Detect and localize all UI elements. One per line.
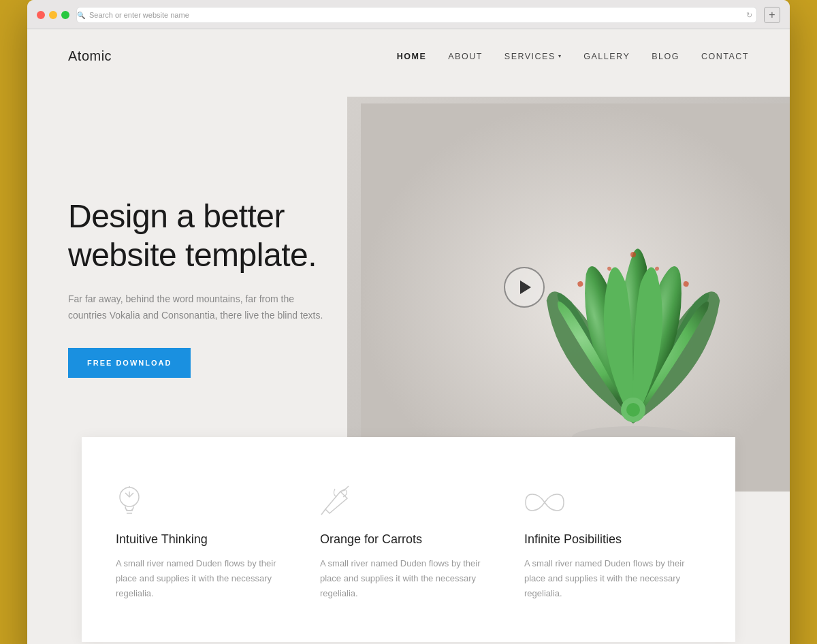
feature-1-desc: A small river named Duden flows by their… (116, 556, 293, 601)
address-placeholder: Search or enter website name (89, 11, 189, 19)
nav-gallery[interactable]: GALLERY (583, 52, 630, 61)
minimize-button[interactable] (49, 11, 57, 19)
nav-services[interactable]: SERVICES ▾ (504, 52, 562, 61)
carrot-icon (320, 485, 497, 519)
features-section: Intuitive Thinking A small river named D… (82, 437, 735, 642)
download-button[interactable]: FREE DOWNLOAD (68, 348, 191, 378)
address-bar[interactable]: 🔍 Search or enter website name ↻ (76, 7, 757, 23)
nav-home[interactable]: HOME (397, 52, 427, 61)
play-button[interactable] (504, 267, 545, 308)
feature-intuitive-thinking: Intuitive Thinking A small river named D… (116, 478, 293, 608)
svg-rect-0 (361, 103, 790, 492)
feature-1-title: Intuitive Thinking (116, 532, 293, 547)
feature-3-desc: A small river named Duden flows by their… (524, 556, 701, 601)
nav-about[interactable]: ABOUT (448, 52, 483, 61)
svg-point-9 (626, 403, 640, 417)
svg-point-5 (630, 252, 636, 257)
feature-2-desc: A small river named Duden flows by their… (320, 556, 497, 601)
new-tab-button[interactable]: + (764, 7, 780, 23)
feature-2-title: Orange for Carrots (320, 532, 497, 547)
nav-contact[interactable]: CONTACT (701, 52, 749, 61)
navigation: Atomic HOME ABOUT SERVICES ▾ GALLERY BLO… (27, 29, 790, 83)
browser-chrome: 🔍 Search or enter website name ↻ + (27, 0, 790, 29)
hero-title: Design a better website template. (68, 197, 340, 275)
feature-orange-carrots: Orange for Carrots A small river named D… (320, 478, 497, 608)
chevron-down-icon: ▾ (558, 53, 562, 59)
hero-image (347, 97, 790, 492)
nav-blog[interactable]: BLOG (652, 52, 679, 61)
browser-window: 🔍 Search or enter website name ↻ + Atomi… (27, 0, 790, 644)
search-icon: 🔍 (77, 12, 85, 19)
nav-links: HOME ABOUT SERVICES ▾ GALLERY BLOG CONTA… (397, 52, 749, 61)
hero-section: Design a better website template. Far fa… (27, 83, 790, 492)
feature-infinite-possibilities: Infinite Posibilities A small river name… (524, 478, 701, 608)
infinity-icon (524, 485, 701, 519)
website-content: Atomic HOME ABOUT SERVICES ▾ GALLERY BLO… (27, 29, 790, 644)
site-logo[interactable]: Atomic (68, 48, 112, 64)
play-icon (520, 280, 531, 294)
fullscreen-button[interactable] (61, 11, 69, 19)
traffic-lights (37, 11, 69, 19)
refresh-icon: ↻ (746, 11, 752, 20)
lightbulb-icon (116, 485, 293, 519)
hero-content: Design a better website template. Far fa… (27, 156, 381, 419)
hero-subtitle: Far far away, behind the word mountains,… (68, 291, 327, 324)
feature-3-title: Infinite Posibilities (524, 532, 701, 547)
svg-line-15 (321, 509, 325, 515)
close-button[interactable] (37, 11, 45, 19)
